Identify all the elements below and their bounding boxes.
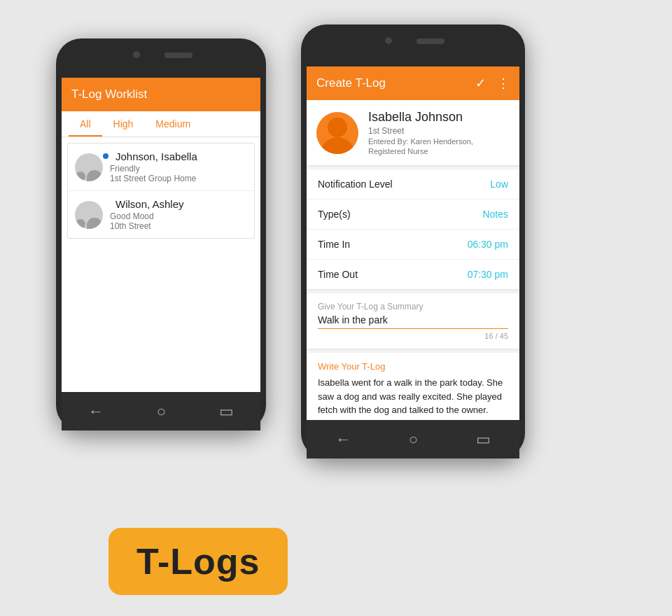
patient-mood: Friendly [110, 164, 247, 174]
back-icon[interactable]: ← [88, 402, 104, 421]
tab-bar: All High Medium [62, 111, 260, 137]
left-speaker [164, 52, 192, 58]
avatar-head [76, 219, 85, 229]
profile-avatar [316, 112, 358, 154]
list-item[interactable]: Wilson, Ashley Good Mood 10th Street [68, 191, 254, 238]
patient-info: Wilson, Ashley Good Mood 10th Street [110, 198, 247, 231]
left-phone: T-Log Worklist All High Medium Johnson, … [56, 38, 266, 430]
time-out-label: Time Out [318, 269, 358, 280]
tlog-body-card[interactable]: Write Your T-Log Isabella went for a wal… [307, 353, 519, 420]
right-screen: Create T-Log ✓ ⋮ Isabella Johnson 1st St… [307, 66, 519, 420]
profile-entered: Entered By: Karen Henderson, [368, 137, 510, 146]
left-nav-bar: ← ○ ▭ [62, 392, 260, 430]
summary-input[interactable]: Walk in the park [318, 314, 508, 329]
tab-all[interactable]: All [69, 111, 102, 136]
avatar [75, 201, 103, 229]
time-in-label: Time In [318, 239, 350, 250]
notification-level-value: Low [490, 178, 508, 190]
time-in-value: 06:30 pm [468, 239, 508, 250]
left-screen: T-Log Worklist All High Medium Johnson, … [62, 78, 260, 392]
patient-location: 1st Street Group Home [110, 174, 247, 183]
left-header-title: T-Log Worklist [71, 88, 147, 102]
profile-avatar-body [320, 137, 355, 154]
back-icon[interactable]: ← [335, 430, 351, 449]
summary-char-count: 16 / 45 [318, 332, 508, 340]
right-app-header: Create T-Log ✓ ⋮ [307, 66, 519, 100]
profile-role: Registered Nurse [368, 147, 510, 155]
left-camera [133, 51, 140, 58]
recents-icon[interactable]: ▭ [476, 430, 491, 449]
tlog-text-input[interactable]: Isabella went for a walk in the park tod… [318, 376, 508, 420]
list-item[interactable]: Johnson, Isabella Friendly 1st Street Gr… [68, 144, 254, 191]
types-row[interactable]: Type(s) Notes [307, 200, 519, 230]
right-header-title: Create T-Log [316, 76, 386, 90]
right-phone: Create T-Log ✓ ⋮ Isabella Johnson 1st St… [301, 24, 525, 458]
profile-info: Isabella Johnson 1st Street Entered By: … [368, 110, 510, 155]
tab-medium[interactable]: Medium [144, 111, 202, 136]
notification-level-label: Notification Level [318, 178, 393, 190]
tlogs-badge: T-Logs [108, 528, 288, 595]
summary-placeholder: Give Your T-Log a Summary [318, 302, 508, 312]
header-actions: ✓ ⋮ [475, 76, 510, 91]
avatar [75, 153, 103, 181]
more-options-icon[interactable]: ⋮ [497, 76, 510, 91]
checkmark-icon[interactable]: ✓ [475, 76, 486, 91]
left-app-header: T-Log Worklist [62, 78, 260, 111]
right-camera [385, 37, 392, 44]
types-label: Type(s) [318, 209, 351, 220]
tab-high[interactable]: High [102, 111, 145, 136]
patient-info: Johnson, Isabella Friendly 1st Street Gr… [110, 150, 247, 183]
write-tlog-label: Write Your T-Log [318, 361, 508, 372]
patient-name: Johnson, Isabella [115, 150, 247, 162]
summary-card[interactable]: Give Your T-Log a Summary Walk in the pa… [307, 293, 519, 349]
right-speaker [416, 38, 444, 44]
patient-name: Wilson, Ashley [115, 198, 247, 210]
profile-avatar-head [328, 118, 347, 137]
home-icon[interactable]: ○ [409, 430, 418, 449]
time-out-value: 07:30 pm [468, 269, 508, 280]
patient-mood: Good Mood [110, 211, 247, 221]
home-icon[interactable]: ○ [157, 402, 166, 421]
avatar-head [76, 172, 85, 181]
avatar-body [87, 218, 102, 229]
time-out-row[interactable]: Time Out 07:30 pm [307, 260, 519, 289]
profile-name: Isabella Johnson [368, 110, 510, 125]
notification-level-row[interactable]: Notification Level Low [307, 169, 519, 200]
patient-location: 10th Street [110, 221, 247, 231]
time-in-row[interactable]: Time In 06:30 pm [307, 230, 519, 260]
avatar-body [87, 170, 102, 181]
recents-icon[interactable]: ▭ [219, 402, 234, 421]
patient-list: Johnson, Isabella Friendly 1st Street Gr… [67, 143, 255, 239]
types-value: Notes [482, 209, 508, 220]
profile-street: 1st Street [368, 126, 510, 136]
profile-card: Isabella Johnson 1st Street Entered By: … [307, 100, 519, 165]
tlogs-badge-text: T-Logs [136, 541, 260, 582]
right-nav-bar: ← ○ ▭ [307, 420, 519, 458]
unread-dot [103, 153, 108, 159]
form-card: Notification Level Low Type(s) Notes Tim… [307, 169, 519, 289]
